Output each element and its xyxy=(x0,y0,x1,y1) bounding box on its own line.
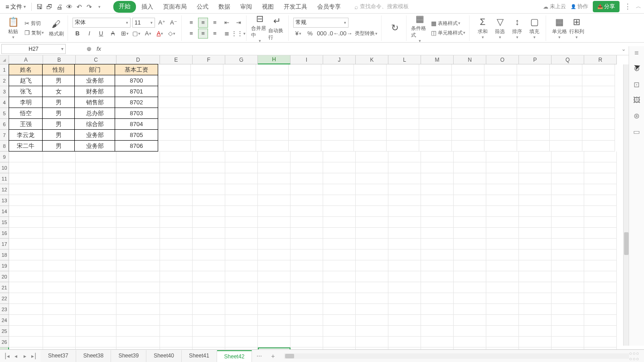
sheet-tab-Sheet42[interactable]: Sheet42 xyxy=(217,350,252,362)
cell-E10[interactable] xyxy=(160,162,193,173)
cell-E3[interactable] xyxy=(158,86,191,97)
cell-Q8[interactable] xyxy=(550,141,582,152)
cell-B6[interactable]: 男 xyxy=(42,118,75,130)
cell-F24[interactable] xyxy=(193,315,225,326)
cell-J3[interactable] xyxy=(321,86,354,97)
cell-P21[interactable] xyxy=(519,282,552,293)
cell-F6[interactable] xyxy=(191,119,223,130)
cell-R20[interactable] xyxy=(584,271,617,282)
cell-B9[interactable] xyxy=(43,152,76,162)
cell-E12[interactable] xyxy=(160,184,193,195)
cell-K7[interactable] xyxy=(354,130,387,141)
cell-G7[interactable] xyxy=(223,130,256,141)
row-header-17[interactable]: 17 xyxy=(0,239,9,249)
zoom-fx-icon[interactable]: ⊕ xyxy=(84,44,94,54)
cell-O14[interactable] xyxy=(486,206,519,217)
cell-M19[interactable] xyxy=(421,260,454,271)
cell-D18[interactable] xyxy=(116,249,160,260)
cell-D8[interactable]: 8706 xyxy=(115,140,158,152)
more-icon[interactable]: ⋮ xyxy=(624,2,631,11)
row-header-18[interactable]: 18 xyxy=(0,249,9,260)
ribbon-tab-8[interactable]: 会员专享 xyxy=(313,1,345,13)
cell-E23[interactable] xyxy=(160,304,193,315)
cell-B26[interactable] xyxy=(43,337,76,347)
cell-H25[interactable] xyxy=(258,326,291,337)
cell-K9[interactable] xyxy=(356,152,388,162)
cell-M8[interactable] xyxy=(419,141,452,152)
cell-E4[interactable] xyxy=(158,97,191,108)
fx-icon[interactable]: fx xyxy=(97,45,101,52)
cell-C22[interactable] xyxy=(76,293,116,304)
cell-L4[interactable] xyxy=(387,97,419,108)
undo-history-dropdown[interactable] xyxy=(94,2,104,12)
cell-P19[interactable] xyxy=(519,260,552,271)
row-col-button[interactable]: ⊞行和列 xyxy=(568,15,585,41)
cell-N25[interactable] xyxy=(454,326,486,337)
cell-F2[interactable] xyxy=(191,75,223,86)
align-justify-icon[interactable]: ≣ xyxy=(222,29,232,39)
cell-N19[interactable] xyxy=(454,260,486,271)
horizontal-scrollbar[interactable] xyxy=(284,353,629,359)
cell-L23[interactable] xyxy=(388,304,421,315)
decrease-font-icon[interactable]: A⁻ xyxy=(169,18,179,28)
row-header-9[interactable]: 9 xyxy=(0,152,9,162)
cell-O4[interactable] xyxy=(484,97,517,108)
cell-F11[interactable] xyxy=(193,173,225,184)
increase-indent-icon[interactable]: ⇥ xyxy=(233,18,243,28)
fill-color-icon[interactable]: ▢ xyxy=(131,29,141,39)
cell-M24[interactable] xyxy=(421,315,454,326)
cell-G13[interactable] xyxy=(225,195,258,206)
cell-P2[interactable] xyxy=(517,75,550,86)
cell-F10[interactable] xyxy=(193,162,225,173)
cell-L22[interactable] xyxy=(388,293,421,304)
col-header-B[interactable]: B xyxy=(43,55,76,64)
col-header-F[interactable]: F xyxy=(193,55,225,64)
cell-J1[interactable] xyxy=(321,64,354,75)
cell-O11[interactable] xyxy=(486,173,519,184)
row-header-25[interactable]: 25 xyxy=(0,326,9,337)
cell-M14[interactable] xyxy=(421,206,454,217)
cell-C26[interactable] xyxy=(76,337,116,347)
cell-K5[interactable] xyxy=(354,108,387,119)
cell-D17[interactable] xyxy=(116,239,160,249)
cell-P11[interactable] xyxy=(519,173,552,184)
cell-Q16[interactable] xyxy=(552,228,584,239)
cell-H2[interactable] xyxy=(256,75,289,86)
cell-L26[interactable] xyxy=(388,337,421,347)
cell-A13[interactable] xyxy=(9,195,43,206)
cell-K23[interactable] xyxy=(356,304,388,315)
cell-M15[interactable] xyxy=(421,217,454,228)
underline-icon[interactable]: U xyxy=(96,29,106,39)
cell-M13[interactable] xyxy=(421,195,454,206)
cell-P18[interactable] xyxy=(519,249,552,260)
cell-Q7[interactable] xyxy=(550,130,582,141)
increase-decimal-icon[interactable]: .0← xyxy=(329,29,339,39)
cell-H10[interactable] xyxy=(258,162,291,173)
cell-M4[interactable] xyxy=(419,97,452,108)
cell-K13[interactable] xyxy=(356,195,388,206)
sheet-add-icon[interactable]: + xyxy=(266,352,279,360)
cell-H18[interactable] xyxy=(258,249,291,260)
cell-R4[interactable] xyxy=(582,97,615,108)
panel-book-icon[interactable]: ▭ xyxy=(633,127,640,136)
cell-D15[interactable] xyxy=(116,217,160,228)
cell-C17[interactable] xyxy=(76,239,116,249)
cell-G3[interactable] xyxy=(223,86,256,97)
cell-G4[interactable] xyxy=(223,97,256,108)
cell-N11[interactable] xyxy=(454,173,486,184)
cell-C2[interactable]: 业务部 xyxy=(74,75,115,86)
cell-P24[interactable] xyxy=(519,315,552,326)
cell-I22[interactable] xyxy=(291,293,323,304)
sort-button[interactable]: ↕排序 xyxy=(508,15,526,41)
cell-A4[interactable]: 李明 xyxy=(9,97,43,108)
cell-D5[interactable]: 8703 xyxy=(115,108,158,119)
cell-M22[interactable] xyxy=(421,293,454,304)
cell-B18[interactable] xyxy=(43,249,76,260)
cell-A15[interactable] xyxy=(9,217,43,228)
cell-H8[interactable] xyxy=(256,141,289,152)
cell-R14[interactable] xyxy=(584,206,617,217)
cell-B25[interactable] xyxy=(43,326,76,337)
cell-G20[interactable] xyxy=(225,271,258,282)
cell-R1[interactable] xyxy=(582,64,615,75)
ribbon-tab-1[interactable]: 插入 xyxy=(137,1,158,13)
